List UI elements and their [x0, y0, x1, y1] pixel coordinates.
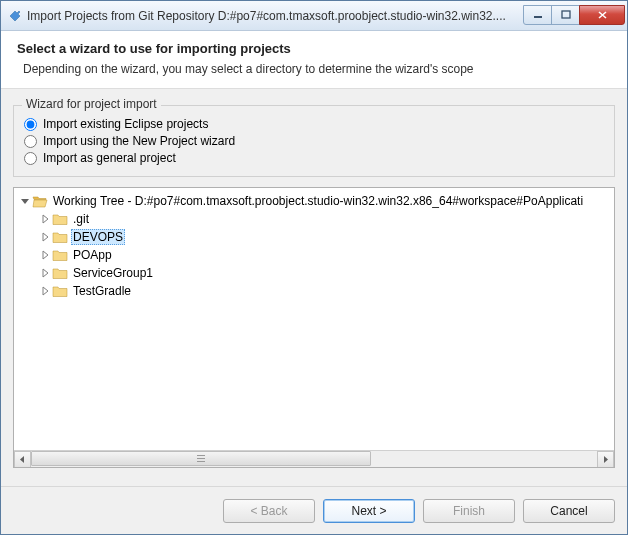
next-button[interactable]: Next > — [323, 499, 415, 523]
spacer — [13, 468, 615, 486]
radio-input[interactable] — [24, 135, 37, 148]
tree-label: ServiceGroup1 — [71, 265, 155, 281]
horizontal-scrollbar[interactable] — [14, 450, 614, 467]
tree-item[interactable]: .git — [14, 210, 614, 228]
radio-general-project[interactable]: Import as general project — [24, 151, 604, 165]
app-icon — [7, 8, 23, 24]
wizard-subtitle: Depending on the wizard, you may select … — [23, 62, 611, 76]
radio-input[interactable] — [24, 118, 37, 131]
scroll-thumb[interactable] — [31, 451, 371, 466]
finish-button[interactable]: Finish — [423, 499, 515, 523]
tree-item[interactable]: ServiceGroup1 — [14, 264, 614, 282]
wizard-header: Select a wizard to use for importing pro… — [1, 31, 627, 89]
tree-item[interactable]: POApp — [14, 246, 614, 264]
collapse-icon[interactable] — [18, 194, 32, 208]
import-wizard-group: Wizard for project import Import existin… — [13, 105, 615, 177]
svg-rect-0 — [534, 16, 542, 18]
expand-icon[interactable] — [38, 248, 52, 262]
radio-label: Import existing Eclipse projects — [43, 117, 208, 131]
tree-item[interactable]: DEVOPS — [14, 228, 614, 246]
tree-item[interactable]: TestGradle — [14, 282, 614, 300]
directory-tree: Working Tree - D:#po7#com.tmaxsoft.proob… — [13, 187, 615, 468]
folder-open-icon — [32, 194, 48, 208]
wizard-footer: < Back Next > Finish Cancel — [1, 486, 627, 534]
expand-icon[interactable] — [38, 230, 52, 244]
radio-label: Import using the New Project wizard — [43, 134, 235, 148]
scroll-right-button[interactable] — [597, 451, 614, 468]
maximize-button[interactable] — [551, 5, 580, 25]
titlebar[interactable]: Import Projects from Git Repository D:#p… — [1, 1, 627, 31]
back-button[interactable]: < Back — [223, 499, 315, 523]
wizard-body: Wizard for project import Import existin… — [1, 89, 627, 486]
tree-root[interactable]: Working Tree - D:#po7#com.tmaxsoft.proob… — [14, 192, 614, 210]
tree-content: Working Tree - D:#po7#com.tmaxsoft.proob… — [14, 188, 614, 450]
svg-rect-1 — [562, 11, 570, 18]
titlebar-text: Import Projects from Git Repository D:#p… — [27, 9, 524, 23]
tree-label: .git — [71, 211, 91, 227]
wizard-title: Select a wizard to use for importing pro… — [17, 41, 611, 56]
dialog-window: Import Projects from Git Repository D:#p… — [0, 0, 628, 535]
folder-icon — [52, 230, 68, 244]
group-legend: Wizard for project import — [22, 97, 161, 111]
radio-existing-eclipse[interactable]: Import existing Eclipse projects — [24, 117, 604, 131]
radio-input[interactable] — [24, 152, 37, 165]
cancel-button[interactable]: Cancel — [523, 499, 615, 523]
tree-label: Working Tree - D:#po7#com.tmaxsoft.proob… — [51, 193, 585, 209]
scroll-left-button[interactable] — [14, 451, 31, 468]
expand-icon[interactable] — [38, 266, 52, 280]
expand-icon[interactable] — [38, 212, 52, 226]
folder-icon — [52, 266, 68, 280]
folder-icon — [52, 284, 68, 298]
expand-icon[interactable] — [38, 284, 52, 298]
folder-icon — [52, 212, 68, 226]
minimize-button[interactable] — [523, 5, 552, 25]
window-buttons — [524, 5, 625, 26]
folder-icon — [52, 248, 68, 262]
radio-label: Import as general project — [43, 151, 176, 165]
scroll-track[interactable] — [31, 451, 597, 468]
tree-label: TestGradle — [71, 283, 133, 299]
radio-new-project-wizard[interactable]: Import using the New Project wizard — [24, 134, 604, 148]
close-button[interactable] — [579, 5, 625, 25]
tree-label: POApp — [71, 247, 114, 263]
tree-label: DEVOPS — [71, 229, 125, 245]
